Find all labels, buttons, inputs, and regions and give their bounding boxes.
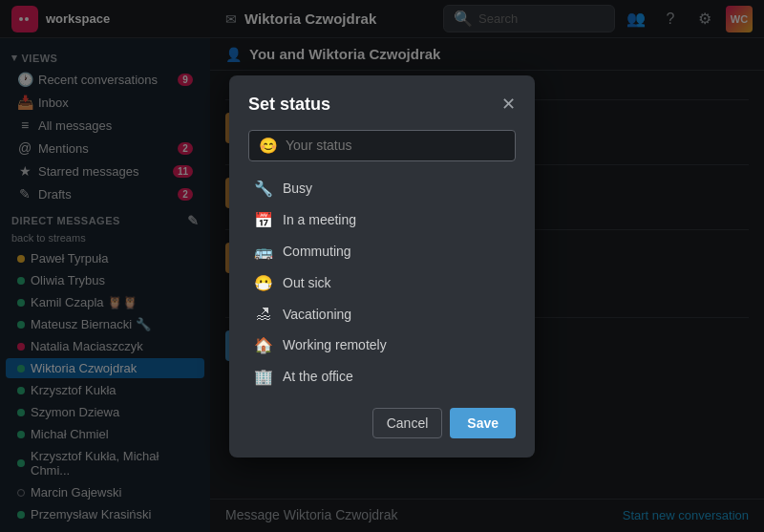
modal-header: Set status ✕ — [248, 95, 516, 115]
sick-emoji: 😷 — [254, 274, 273, 292]
status-options-list: 🔧 Busy 📅 In a meeting 🚌 Commuting 😷 Out … — [248, 173, 516, 393]
modal-overlay: Set status ✕ 😊 🔧 Busy 📅 In a meeting 🚌 C… — [0, 0, 764, 532]
cancel-button[interactable]: Cancel — [372, 408, 443, 438]
status-option-meeting[interactable]: 📅 In a meeting — [248, 204, 516, 236]
set-status-modal: Set status ✕ 😊 🔧 Busy 📅 In a meeting 🚌 C… — [229, 75, 535, 458]
meeting-emoji: 📅 — [254, 211, 273, 229]
status-option-busy[interactable]: 🔧 Busy — [248, 173, 516, 204]
commuting-emoji: 🚌 — [254, 243, 273, 261]
modal-footer: Cancel Save — [248, 408, 516, 438]
status-option-remote[interactable]: 🏠 Working remotely — [248, 330, 516, 361]
remote-emoji: 🏠 — [254, 336, 273, 354]
status-option-sick[interactable]: 😷 Out sick — [248, 267, 516, 299]
busy-emoji: 🔧 — [254, 180, 273, 198]
remote-label: Working remotely — [283, 337, 387, 352]
vacationing-emoji: 🏖 — [254, 306, 273, 323]
vacationing-label: Vacationing — [283, 307, 351, 322]
modal-title: Set status — [248, 95, 330, 115]
status-option-vacationing[interactable]: 🏖 Vacationing — [248, 299, 516, 330]
busy-label: Busy — [283, 181, 312, 196]
office-emoji: 🏢 — [254, 368, 273, 386]
sick-label: Out sick — [283, 275, 331, 290]
status-option-commuting[interactable]: 🚌 Commuting — [248, 236, 516, 267]
save-button[interactable]: Save — [450, 408, 516, 438]
modal-close-button[interactable]: ✕ — [501, 96, 516, 113]
office-label: At the office — [283, 369, 353, 384]
commuting-label: Commuting — [283, 244, 351, 259]
status-input-row[interactable]: 😊 — [248, 130, 516, 161]
status-text-input[interactable] — [286, 138, 505, 153]
meeting-label: In a meeting — [283, 212, 356, 227]
status-option-office[interactable]: 🏢 At the office — [248, 361, 516, 393]
status-emoji-btn[interactable]: 😊 — [259, 137, 278, 155]
